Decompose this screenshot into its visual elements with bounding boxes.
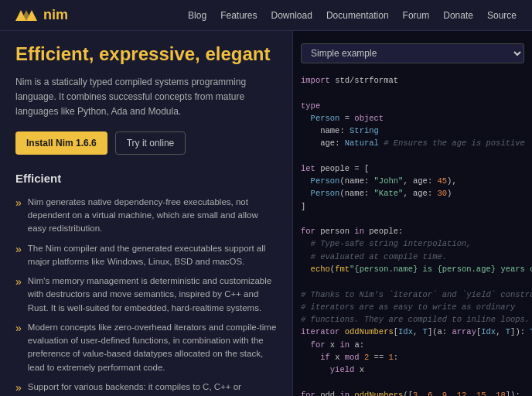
- logo-text: nim: [43, 5, 68, 26]
- nav-features[interactable]: Features: [220, 9, 257, 22]
- efficient-item-3: » Nim's memory management is determinist…: [15, 275, 277, 315]
- nim-logo-icon: [15, 7, 37, 24]
- install-button[interactable]: Install Nim 1.6.6: [15, 131, 107, 155]
- nav-documentation[interactable]: Documentation: [326, 9, 389, 22]
- bullet-icon-3: »: [15, 274, 22, 315]
- efficient-item-4: » Modern concepts like zero-overhead ite…: [15, 321, 277, 374]
- code-panel: Simple example OOP Parallelism Metaprogr…: [292, 31, 532, 396]
- left-content: Efficient, expressive, elegant Nim is a …: [0, 31, 292, 396]
- efficient-item-1: » Nim generates native dependency-free e…: [15, 196, 277, 236]
- header: nim Blog Features Download Documentation…: [0, 0, 532, 31]
- logo-area: nim: [15, 5, 68, 26]
- nav-forum[interactable]: Forum: [403, 9, 430, 22]
- hero-description: Nim is a statically typed compiled syste…: [15, 75, 277, 120]
- efficient-title: Efficient: [15, 170, 277, 188]
- code-block: import std/strformat type Person = objec…: [293, 68, 532, 396]
- nav-source[interactable]: Source: [487, 9, 517, 22]
- efficient-item-5: » Support for various backends: it compi…: [15, 381, 277, 396]
- nav-donate[interactable]: Donate: [443, 9, 473, 22]
- efficient-item-2: » The Nim compiler and the generated exe…: [15, 242, 277, 269]
- main-content: Efficient, expressive, elegant Nim is a …: [0, 31, 532, 396]
- bullet-icon-4: »: [15, 320, 22, 374]
- bullet-icon-2: »: [15, 241, 22, 269]
- example-select[interactable]: Simple example OOP Parallelism Metaprogr…: [301, 43, 524, 63]
- hero-title: Efficient, expressive, elegant: [15, 43, 277, 66]
- main-nav: Blog Features Download Documentation For…: [188, 9, 517, 22]
- efficient-section: Efficient » Nim generates native depende…: [15, 170, 277, 396]
- try-online-button[interactable]: Try it online: [115, 131, 186, 155]
- bullet-icon-1: »: [15, 195, 22, 236]
- nav-blog[interactable]: Blog: [188, 9, 206, 22]
- nav-download[interactable]: Download: [271, 9, 312, 22]
- cta-buttons: Install Nim 1.6.6 Try it online: [15, 131, 277, 155]
- example-select-wrap: Simple example OOP Parallelism Metaprogr…: [293, 39, 532, 68]
- bullet-icon-5: »: [15, 380, 22, 396]
